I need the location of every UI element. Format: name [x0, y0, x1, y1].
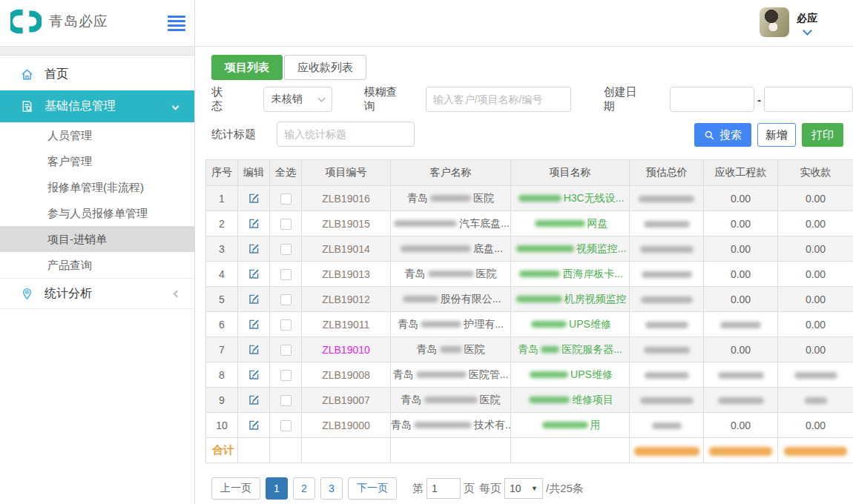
page-button-2[interactable]: 2 [293, 477, 315, 500]
cell-project-code: ZLB19010 [302, 337, 391, 362]
cell-project-name: 网盘 [511, 211, 630, 236]
tab-project-list[interactable]: 项目列表 [211, 55, 283, 80]
header-col-customer-name: 客户名称 [391, 160, 511, 186]
menu-toggle-icon[interactable] [168, 16, 185, 33]
total-empty [391, 438, 511, 463]
redacted-blur [641, 296, 693, 303]
sidebar-strip [0, 47, 194, 56]
edit-icon[interactable] [248, 268, 260, 280]
edit-icon[interactable] [248, 293, 260, 305]
chevron-down-icon [318, 95, 326, 102]
header-col-select-all: 全选 [270, 160, 302, 186]
cell-project-code: ZLB19014 [302, 236, 391, 262]
edit-icon[interactable] [248, 419, 260, 431]
cell-checkbox [270, 262, 302, 287]
cell-edit [238, 337, 270, 362]
page-button-3[interactable]: 3 [320, 477, 343, 500]
pagination: 上一页 123 下一页 第 页 每页 10 ▼ /共25条 [211, 477, 584, 500]
sidebar-item-home[interactable]: 首页 [0, 59, 194, 90]
redacted-blur [644, 221, 690, 228]
row-checkbox[interactable] [280, 395, 292, 406]
user-menu[interactable]: 必应 [760, 7, 817, 37]
tab-receivables-list[interactable]: 应收款列表 [284, 55, 366, 80]
row-checkbox[interactable] [280, 244, 292, 255]
redacted-blur [652, 422, 682, 429]
table-row: 6ZLB19011青岛护理有...UPS维修0.00 [206, 312, 853, 337]
header-col-project-name: 项目名称 [511, 160, 630, 186]
redacted-blur [720, 322, 761, 328]
edit-icon[interactable] [248, 192, 260, 205]
row-checkbox[interactable] [280, 345, 292, 356]
edit-icon[interactable] [248, 242, 260, 255]
end-date-input[interactable] [764, 87, 853, 112]
cell-edit [238, 388, 270, 413]
header-col-no: 序号 [206, 160, 238, 186]
cell-customer-name: 底盘... [391, 236, 511, 262]
fuzzy-search-input[interactable] [426, 87, 571, 112]
total-receivable [704, 438, 778, 463]
redacted-blur [516, 245, 574, 252]
total-empty [511, 438, 630, 463]
sidebar-item-repair-order-mgmt[interactable]: 报修单管理(非流程) [0, 174, 194, 200]
cell-est-total [630, 236, 704, 262]
search-button[interactable]: 搜索 [694, 123, 751, 147]
cell-est-total [630, 287, 704, 312]
start-date-input[interactable] [670, 87, 754, 112]
cell-row-number: 2 [206, 211, 238, 236]
cell-row-number: 4 [206, 262, 238, 287]
edit-icon[interactable] [248, 217, 260, 230]
page-button-1[interactable]: 1 [266, 477, 288, 500]
user-name: 必应 [797, 12, 817, 25]
cell-receivable [704, 362, 778, 388]
action-buttons: 搜索 新增 打印 [694, 123, 843, 147]
print-button-label: 打印 [811, 128, 834, 142]
edit-icon[interactable] [248, 394, 260, 406]
cell-project-name: 视频监控... [511, 236, 630, 262]
sidebar-item-basic-info-mgmt[interactable]: 基础信息管理 [0, 90, 194, 122]
per-page-select[interactable]: 10 ▼ [504, 478, 543, 499]
edit-icon[interactable] [248, 368, 260, 381]
edit-icon[interactable] [248, 343, 260, 356]
status-select[interactable]: 未核销 [263, 87, 333, 112]
row-checkbox[interactable] [280, 219, 292, 230]
cell-row-number: 8 [206, 362, 238, 388]
cell-project-code: ZLB19015 [302, 211, 391, 236]
row-checkbox[interactable] [280, 420, 292, 431]
chevron-down-icon[interactable] [803, 26, 812, 36]
redacted-blur [440, 346, 462, 353]
next-page-button[interactable]: 下一页 [348, 477, 397, 500]
cell-project-code: ZLB19012 [302, 287, 391, 312]
sidebar-item-product-query[interactable]: 产品查询 [0, 252, 194, 278]
stats-title-input[interactable] [277, 122, 415, 147]
row-checkbox[interactable] [280, 319, 292, 331]
row-checkbox[interactable] [280, 294, 292, 305]
redacted-blur [718, 372, 764, 379]
user-avatar[interactable] [760, 7, 789, 37]
table-row: 3ZLB19014底盘...视频监控...0.000.00 [206, 236, 853, 262]
sidebar-item-statistics-analysis[interactable]: 统计分析 [0, 278, 194, 309]
sidebar-item-participant-repair-order-mgmt[interactable]: 参与人员报修单管理 [0, 200, 194, 226]
add-button[interactable]: 新增 [757, 123, 796, 147]
cell-receivable: 0.00 [704, 262, 778, 287]
redacted-blur [401, 245, 471, 252]
edit-icon[interactable] [248, 318, 260, 331]
page-number-input[interactable] [426, 478, 461, 499]
sidebar-item-project-invoice[interactable]: 项目-进销单 [0, 226, 194, 252]
row-checkbox[interactable] [280, 370, 292, 381]
chevron-down-icon [172, 103, 180, 110]
prev-page-button[interactable]: 上一页 [211, 477, 260, 500]
redacted-blur [428, 271, 474, 277]
sidebar-item-personnel-mgmt[interactable]: 人员管理 [0, 122, 194, 148]
print-button[interactable]: 打印 [802, 123, 843, 147]
cell-project-code: ZLB19000 [302, 413, 391, 438]
redacted-blur [640, 246, 694, 253]
sidebar-item-customer-mgmt[interactable]: 客户管理 [0, 148, 194, 174]
row-checkbox[interactable] [280, 269, 292, 280]
sidebar-item-label: 统计分析 [45, 286, 174, 302]
row-checkbox[interactable] [280, 193, 292, 205]
status-select-value: 未核销 [271, 93, 303, 106]
redacted-blur [518, 195, 561, 202]
cell-est-total [630, 388, 704, 413]
cell-project-name: 用 [511, 413, 630, 438]
redacted-blur [644, 347, 690, 354]
